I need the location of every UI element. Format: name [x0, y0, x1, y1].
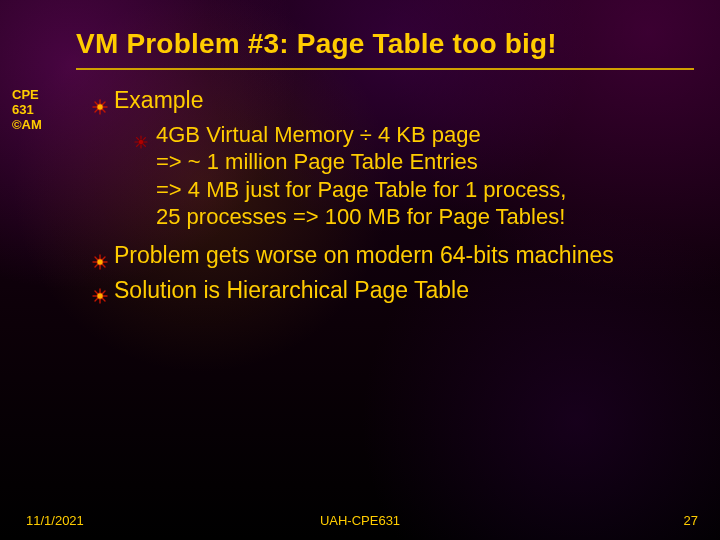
title-underline — [76, 68, 694, 70]
sub-bullet-line2: => ~ 1 million Page Table Entries — [156, 149, 478, 174]
svg-line-13 — [137, 137, 139, 139]
svg-line-23 — [103, 264, 105, 266]
svg-point-26 — [97, 258, 103, 264]
bullet-solution-text: Solution is Hierarchical Page Table — [114, 277, 469, 303]
bullet-example: Example — [92, 86, 704, 115]
sun-bullet-icon — [92, 93, 108, 109]
footer-page: 27 — [684, 513, 698, 528]
sub-bullet-line1: 4GB Virtual Memory ÷ 4 KB page — [156, 122, 481, 147]
svg-line-16 — [144, 137, 146, 139]
bullet-problem-text: Problem gets worse on modern 64-bits mac… — [114, 242, 614, 268]
sub-bullet-line3: => 4 MB just for Page Table for 1 proces… — [156, 177, 566, 202]
svg-line-24 — [95, 264, 97, 266]
slide: VM Problem #3: Page Table too big! CPE 6… — [0, 0, 720, 540]
svg-line-34 — [103, 291, 105, 293]
svg-line-15 — [137, 144, 139, 146]
svg-point-8 — [97, 104, 103, 110]
sun-bullet-small-icon — [134, 128, 148, 142]
bullet-solution: Solution is Hierarchical Page Table — [92, 276, 704, 305]
svg-line-7 — [103, 102, 105, 104]
svg-line-32 — [103, 299, 105, 301]
course-author: ©AM — [12, 118, 42, 133]
slide-body: Example 4GB Virtual Memory ÷ 4 KB page =… — [92, 86, 704, 310]
sun-bullet-icon — [92, 248, 108, 264]
svg-point-17 — [138, 139, 143, 144]
sub-bullet-example-calc: 4GB Virtual Memory ÷ 4 KB page => ~ 1 mi… — [92, 121, 704, 231]
sub-bullet-line4: 25 processes => 100 MB for Page Tables! — [156, 204, 565, 229]
svg-line-33 — [95, 299, 97, 301]
bullet-example-text: Example — [114, 87, 203, 113]
course-code-line2: 631 — [12, 103, 42, 118]
svg-line-5 — [103, 110, 105, 112]
svg-line-25 — [103, 257, 105, 259]
author-initials: AM — [22, 117, 42, 132]
svg-line-14 — [144, 144, 146, 146]
sun-bullet-icon — [92, 282, 108, 298]
bullet-problem: Problem gets worse on modern 64-bits mac… — [92, 241, 704, 270]
svg-point-35 — [97, 293, 103, 299]
copyright-symbol: © — [12, 117, 22, 132]
slide-title: VM Problem #3: Page Table too big! — [76, 28, 557, 60]
course-sidebar: CPE 631 ©AM — [12, 88, 42, 133]
svg-line-6 — [95, 110, 97, 112]
svg-line-4 — [95, 102, 97, 104]
footer-center: UAH-CPE631 — [0, 513, 720, 528]
svg-line-31 — [95, 291, 97, 293]
course-code-line1: CPE — [12, 88, 42, 103]
svg-line-22 — [95, 257, 97, 259]
